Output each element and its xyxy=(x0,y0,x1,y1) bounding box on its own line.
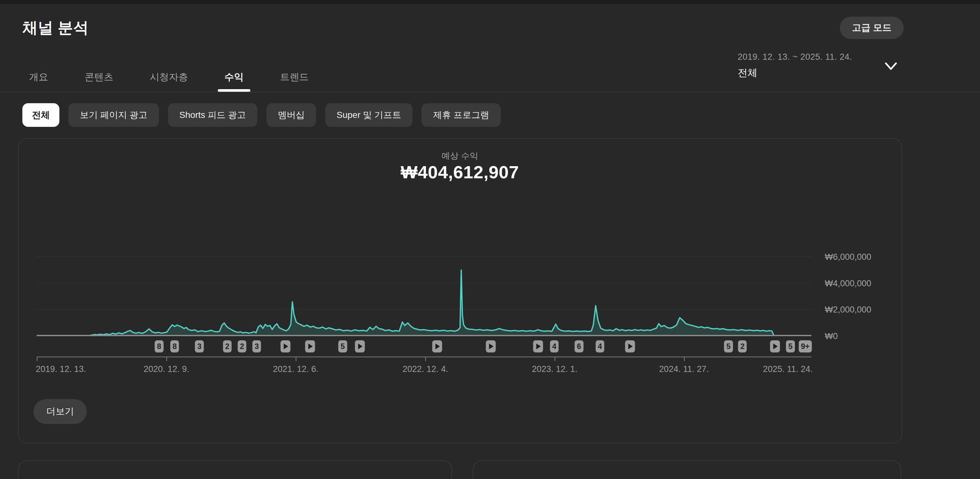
x-axis-tick xyxy=(37,357,37,361)
x-axis-label: 2024. 11. 27. xyxy=(659,364,709,374)
filter-chip-Shorts 피드 광고[interactable]: Shorts 피드 광고 xyxy=(168,103,258,127)
filter-chip-전체[interactable]: 전체 xyxy=(22,103,59,127)
video-marker-count[interactable]: 5 xyxy=(339,340,347,353)
tab-시청자층[interactable]: 시청자층 xyxy=(143,62,195,92)
video-marker-play-icon[interactable] xyxy=(770,340,780,353)
advanced-mode-label: 고급 모드 xyxy=(852,21,891,34)
tabs-divider xyxy=(0,92,980,93)
x-axis-tick xyxy=(425,357,426,361)
page-title: 채널 분석 xyxy=(22,18,89,38)
top-bar xyxy=(0,0,980,4)
metric-value: ₩404,612,907 xyxy=(18,162,902,182)
y-axis-label: ₩4,000,000 xyxy=(825,278,872,288)
video-marker-count[interactable]: 9+ xyxy=(799,340,812,353)
channel-analytics-page: 채널 분석 고급 모드 2019. 12. 13. ~ 2025. 11. 24… xyxy=(0,0,980,479)
video-marker-play-icon[interactable] xyxy=(305,340,315,353)
analytics-tabs: 개요콘텐츠시청자층수익트렌드 xyxy=(22,62,315,92)
x-axis-label: 2021. 12. 6. xyxy=(273,364,319,374)
video-marker-count[interactable]: 2 xyxy=(223,340,232,353)
tab-콘텐츠[interactable]: 콘텐츠 xyxy=(78,62,120,92)
video-marker-count[interactable]: 3 xyxy=(252,340,261,353)
revenue-filter-chips: 전체보기 페이지 광고Shorts 피드 광고멤버십Super 및 기프트제휴 … xyxy=(22,103,501,127)
filter-chip-멤버십[interactable]: 멤버십 xyxy=(266,103,316,127)
see-more-label: 더보기 xyxy=(46,405,74,418)
video-marker-count[interactable]: 4 xyxy=(550,340,558,353)
metric-label: 예상 수익 xyxy=(18,150,902,162)
see-more-button[interactable]: 더보기 xyxy=(33,399,87,424)
revenue-line-chart[interactable] xyxy=(37,236,811,337)
chart-line xyxy=(37,270,811,335)
video-marker-play-icon[interactable] xyxy=(486,340,496,353)
y-axis-label: ₩2,000,000 xyxy=(825,305,872,315)
video-marker-play-icon[interactable] xyxy=(625,340,635,353)
y-axis-label: ₩6,000,000 xyxy=(825,252,872,262)
video-marker-play-icon[interactable] xyxy=(355,340,365,353)
video-marker-play-icon[interactable] xyxy=(533,340,543,353)
date-range-picker[interactable]: 2019. 12. 13. ~ 2025. 11. 24. 전체 xyxy=(738,52,852,80)
x-axis-tick xyxy=(166,357,167,361)
x-axis-label: 2019. 12. 13. xyxy=(36,364,86,374)
video-marker-count[interactable]: 4 xyxy=(595,340,604,353)
date-preset-label: 전체 xyxy=(738,66,852,80)
tab-개요[interactable]: 개요 xyxy=(22,62,55,92)
filter-chip-Super 및 기프트[interactable]: Super 및 기프트 xyxy=(325,103,412,127)
play-icon xyxy=(773,343,778,349)
play-icon xyxy=(358,343,363,349)
x-axis-label: 2023. 12. 1. xyxy=(532,364,578,374)
video-marker-play-icon[interactable] xyxy=(280,340,290,353)
bottom-card-right xyxy=(473,460,901,479)
video-marker-count[interactable]: 2 xyxy=(237,340,246,353)
video-marker-count[interactable]: 5 xyxy=(724,340,733,353)
video-marker-count[interactable]: 8 xyxy=(155,340,164,353)
video-marker-count[interactable]: 3 xyxy=(195,340,204,353)
video-marker-count[interactable]: 6 xyxy=(575,340,584,353)
tab-트렌드[interactable]: 트렌드 xyxy=(273,62,315,92)
play-icon xyxy=(489,343,493,349)
tab-수익[interactable]: 수익 xyxy=(218,62,250,92)
x-axis-tick xyxy=(684,357,685,361)
play-icon xyxy=(536,343,541,349)
video-marker-count[interactable]: 5 xyxy=(786,340,795,353)
play-icon xyxy=(628,343,633,349)
play-icon xyxy=(309,343,313,349)
video-marker-count[interactable]: 8 xyxy=(170,340,179,353)
x-axis-label: 2022. 12. 4. xyxy=(402,364,448,374)
x-axis-tick xyxy=(296,357,296,361)
x-axis-label: 2025. 11. 24. xyxy=(763,364,813,374)
y-axis-label: ₩0 xyxy=(825,331,838,341)
x-axis-tick xyxy=(555,357,555,361)
play-icon xyxy=(436,343,440,349)
chevron-down-icon[interactable] xyxy=(885,62,897,72)
video-marker-play-icon[interactable] xyxy=(432,340,442,353)
date-range-text: 2019. 12. 13. ~ 2025. 11. 24. xyxy=(738,52,852,62)
advanced-mode-button[interactable]: 고급 모드 xyxy=(840,17,904,39)
filter-chip-제휴 프로그램[interactable]: 제휴 프로그램 xyxy=(422,103,501,127)
x-axis-label: 2020. 12. 9. xyxy=(144,364,189,374)
chart-x-axis xyxy=(37,357,811,357)
chart-zero-baseline xyxy=(37,335,811,336)
bottom-card-left xyxy=(18,460,452,479)
video-marker-count[interactable]: 2 xyxy=(738,340,746,353)
filter-chip-보기 페이지 광고[interactable]: 보기 페이지 광고 xyxy=(68,103,159,127)
play-icon xyxy=(283,343,288,349)
